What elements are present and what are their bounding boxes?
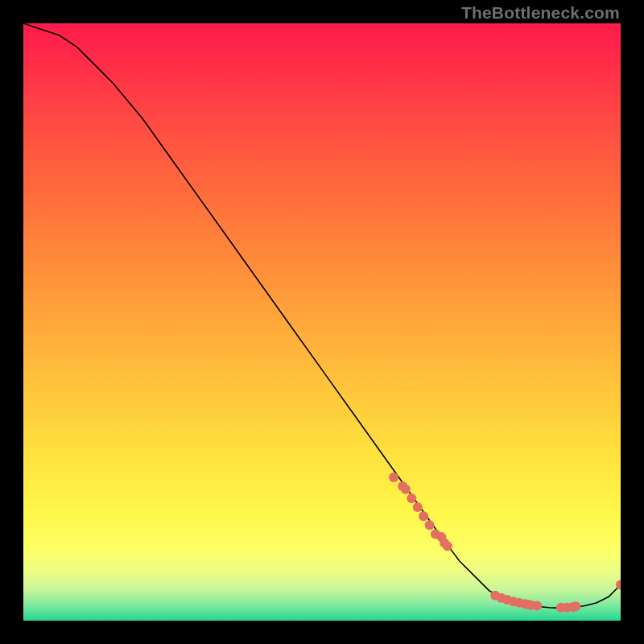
data-point bbox=[419, 511, 428, 521]
data-point bbox=[425, 520, 435, 530]
data-point bbox=[571, 601, 580, 611]
chart-background bbox=[23, 23, 621, 621]
data-point bbox=[401, 485, 411, 494]
data-point bbox=[443, 541, 452, 551]
data-point bbox=[407, 493, 416, 503]
data-point bbox=[413, 502, 423, 512]
data-point bbox=[389, 473, 398, 482]
watermark-text: TheBottleneck.com bbox=[461, 3, 620, 23]
chart-container bbox=[23, 23, 621, 621]
chart-svg bbox=[23, 23, 621, 621]
data-point bbox=[532, 601, 542, 610]
